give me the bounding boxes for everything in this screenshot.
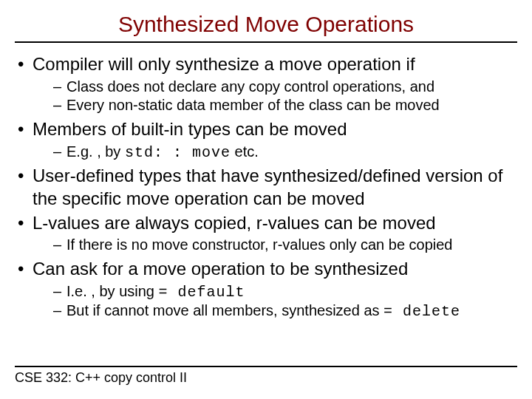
sub-text: I.e. , by using bbox=[66, 283, 159, 299]
bullet-text: Compiler will only synthesize a move ope… bbox=[33, 54, 415, 74]
sub-item: If there is no move constructor, r-value… bbox=[53, 236, 517, 255]
footer-text: CSE 332: C++ copy control II bbox=[15, 370, 187, 385]
bullet-item: User-defined types that have synthesized… bbox=[18, 165, 517, 210]
bullet-text: L-values are always copied, r-values can… bbox=[33, 213, 436, 233]
bullet-text: Members of built-in types can be moved bbox=[33, 119, 347, 139]
footer: CSE 332: C++ copy control II bbox=[15, 366, 517, 386]
bullet-text: User-defined types that have synthesized… bbox=[33, 166, 502, 208]
bullet-item: Can ask for a move operation to be synth… bbox=[18, 258, 517, 321]
sub-text: Class does not declare any copy control … bbox=[66, 78, 434, 95]
sub-list: E.g. , by std: : move etc. bbox=[33, 143, 517, 163]
slide: Synthesized Move Operations Compiler wil… bbox=[0, 0, 532, 399]
sub-item: I.e. , by using = default bbox=[53, 282, 517, 302]
bullet-item: Compiler will only synthesize a move ope… bbox=[18, 53, 517, 115]
sub-text: etc. bbox=[231, 143, 259, 160]
bullet-item: L-values are always copied, r-values can… bbox=[18, 212, 517, 255]
bullet-list: Compiler will only synthesize a move ope… bbox=[15, 53, 517, 321]
sub-item: Class does not declare any copy control … bbox=[53, 78, 517, 97]
code-text: = default bbox=[159, 284, 245, 301]
bullet-item: Members of built-in types can be moved E… bbox=[18, 118, 517, 162]
code-text: std: : move bbox=[125, 144, 231, 161]
slide-title: Synthesized Move Operations bbox=[15, 12, 517, 43]
code-text: = delete bbox=[383, 303, 460, 320]
sub-text: But if cannot move all members, synthesi… bbox=[66, 302, 383, 318]
sub-item: But if cannot move all members, synthesi… bbox=[53, 301, 517, 321]
bullet-text: Can ask for a move operation to be synth… bbox=[33, 259, 408, 279]
sub-text: If there is no move constructor, r-value… bbox=[66, 236, 453, 253]
sub-item: E.g. , by std: : move etc. bbox=[53, 143, 517, 163]
sub-item: Every non-static data member of the clas… bbox=[53, 96, 517, 115]
sub-text: E.g. , by bbox=[66, 143, 125, 160]
sub-list: If there is no move constructor, r-value… bbox=[33, 236, 517, 255]
sub-text: Every non-static data member of the clas… bbox=[66, 97, 440, 113]
sub-list: Class does not declare any copy control … bbox=[33, 78, 517, 115]
sub-list: I.e. , by using = default But if cannot … bbox=[33, 282, 517, 321]
